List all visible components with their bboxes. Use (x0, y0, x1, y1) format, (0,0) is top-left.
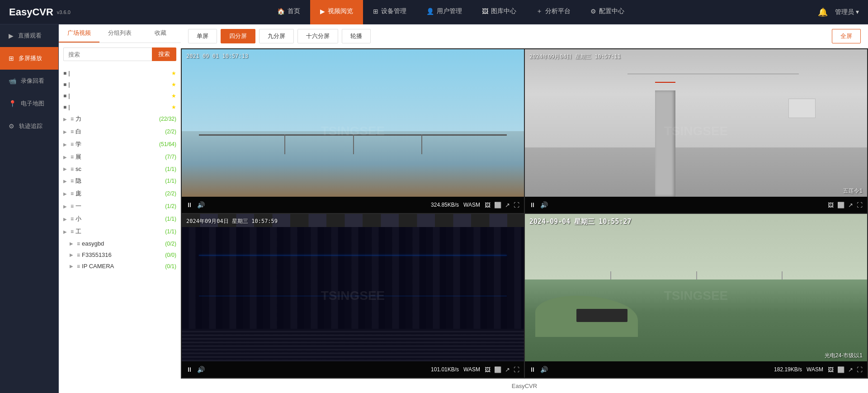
pause-btn-2[interactable]: ⏸ (529, 201, 536, 208)
expand-icon-4[interactable]: ↗ (848, 366, 853, 373)
expand-icon-3[interactable]: ↗ (505, 366, 510, 373)
tree-group-sc[interactable]: ▶ ≡ sc (1/1) (59, 163, 181, 175)
nav-config-label: 配置中心 (599, 7, 624, 15)
tree-f33551316[interactable]: ▶ ≡ F33551316 (0/0) (59, 249, 181, 260)
group-label-10: 工 (75, 227, 161, 236)
screenshot-icon-2[interactable]: 🖼 (828, 202, 834, 208)
tree-group-xue[interactable]: ▶ ≡ 学 (51/64) (59, 138, 181, 151)
middle-panel: 广场视频 分组列表 收藏 搜索 ■ | ★ ■ | ★ ■ | ★ (59, 24, 181, 393)
volume-btn-2[interactable]: 🔊 (540, 201, 548, 208)
nav-home[interactable]: 🏠 首页 (267, 0, 310, 24)
sidebar-item-map[interactable]: 📍 电子地图 (0, 92, 58, 115)
admin-menu[interactable]: 管理员 ▾ (835, 8, 859, 16)
camera-icon-4: ■ (63, 104, 66, 110)
nav-gallery-label: 图库中心 (491, 7, 516, 15)
nav-config[interactable]: ⚙ 配置中心 (580, 0, 634, 24)
tree-group-bai[interactable]: ▶ ≡ 白 (2/2) (59, 125, 181, 138)
arrow-icon-8: ▶ (63, 204, 69, 209)
nav-device-manage[interactable]: ⊞ 设备管理 (363, 0, 416, 24)
carousel-btn[interactable]: 轮播 (342, 29, 371, 43)
tree-group-yi[interactable]: ▶ ≡ 一 (1/2) (59, 200, 181, 213)
tree-group-gong[interactable]: ▶ ≡ 工 (1/1) (59, 225, 181, 238)
tree-label-3: | (68, 92, 170, 99)
tree-easygbd[interactable]: ▶ ≡ easygbd (0/2) (59, 238, 181, 249)
tree-group-li[interactable]: ▶ ≡ 力 (22/32) (59, 113, 181, 125)
video-grid: TSINGSEE 2021 09 01 10:57:13 ⏸ 🔊 324.85K… (181, 48, 868, 379)
play-icon: ▶ (320, 8, 325, 15)
volume-btn-1[interactable]: 🔊 (197, 201, 205, 208)
tree-starred-4[interactable]: ■ | ★ (59, 101, 181, 113)
tree-group-xiao[interactable]: ▶ ≡ 小 (1/1) (59, 213, 181, 225)
search-input[interactable] (63, 47, 152, 61)
group-count-12: (0/0) (165, 252, 176, 258)
video-cell-1[interactable]: TSINGSEE 2021 09 01 10:57:13 ⏸ 🔊 324.85K… (182, 49, 524, 213)
expand-icon-2[interactable]: ↗ (848, 202, 853, 208)
tab-plaza-video[interactable]: 广场视频 (59, 24, 99, 43)
nav-user-label: 用户管理 (437, 7, 462, 15)
tree-starred-2[interactable]: ■ | ★ (59, 79, 181, 90)
nav-video-label: 视频阅览 (328, 7, 353, 15)
codec-3: WASM (463, 366, 480, 373)
video-cell-2[interactable]: TSINGSEE 2024年09月04日 星期三 10:57:11 五莲令1 ⏸… (525, 49, 867, 213)
volume-btn-4[interactable]: 🔊 (540, 366, 548, 373)
group-label-4: 展 (75, 153, 161, 161)
nav-analysis-label: 分析平台 (545, 7, 571, 15)
tree-group-yin[interactable]: ▶ ≡ 隐 (1/1) (59, 175, 181, 187)
folder-icon-11: ≡ (77, 241, 80, 247)
group-count-7: (2/2) (165, 190, 176, 197)
sidebar-item-playback[interactable]: 📹 录像回看 (0, 70, 58, 92)
record-icon-3[interactable]: ⬜ (494, 366, 501, 373)
screenshot-icon-1[interactable]: 🖼 (485, 202, 491, 208)
sidebar-item-live[interactable]: ▶ 直播观看 (0, 24, 58, 47)
tree-starred-1[interactable]: ■ | ★ (59, 67, 181, 79)
pause-btn-3[interactable]: ⏸ (186, 366, 193, 373)
fullscreen-icon-2[interactable]: ⛶ (857, 202, 863, 208)
nav-gallery[interactable]: 🖼 图库中心 (472, 0, 526, 24)
star-icon-3: ★ (171, 93, 176, 99)
tree-starred-3[interactable]: ■ | ★ (59, 90, 181, 101)
four-screen-btn[interactable]: 四分屏 (221, 29, 255, 43)
screenshot-icon-4[interactable]: 🖼 (828, 366, 834, 373)
single-screen-btn[interactable]: 单屏 (188, 29, 217, 43)
record-icon-1[interactable]: ⬜ (494, 202, 501, 208)
nav-analysis[interactable]: ＋ 分析平台 (526, 0, 580, 24)
expand-icon-1[interactable]: ↗ (505, 202, 510, 208)
tree-group-zhan[interactable]: ▶ ≡ 展 (7/7) (59, 151, 181, 163)
search-button[interactable]: 搜索 (152, 47, 176, 61)
nav-user-manage[interactable]: 👤 用户管理 (416, 0, 472, 24)
record-icon-2[interactable]: ⬜ (837, 202, 844, 208)
sidebar-item-multiscreen[interactable]: ⊞ 多屏播放 (0, 47, 58, 70)
fullscreen-button[interactable]: 全屏 (832, 29, 861, 43)
tab-group-list[interactable]: 分组列表 (99, 24, 140, 43)
sixteen-screen-btn[interactable]: 十六分屏 (297, 29, 338, 43)
tree-group-pang[interactable]: ▶ ≡ 庞 (2/2) (59, 187, 181, 200)
nine-screen-btn[interactable]: 九分屏 (259, 29, 294, 43)
ctrl-icons-2: 🖼 ⬜ ↗ ⛶ (828, 202, 863, 208)
group-label-11: easygbd (82, 240, 161, 247)
star-icon-1: ★ (171, 70, 176, 76)
ctrl-icons-3: 🖼 ⬜ ↗ ⛶ (485, 366, 519, 373)
right-content: 单屏 四分屏 九分屏 十六分屏 轮播 全屏 TSINGSEE (181, 24, 868, 393)
record-icon-4[interactable]: ⬜ (837, 366, 844, 373)
bell-icon[interactable]: 🔔 (818, 7, 828, 17)
pause-btn-1[interactable]: ⏸ (186, 201, 193, 208)
fullscreen-icon-3[interactable]: ⛶ (514, 366, 519, 373)
group-label-7: 庞 (75, 189, 161, 198)
home-icon: 🏠 (277, 8, 285, 15)
sidebar-item-track[interactable]: ⚙ 轨迹追踪 (0, 115, 58, 137)
video-cell-3[interactable]: TSINGSEE 2024年09月04日 星期三 10:57:59 ⏸ 🔊 10… (182, 214, 524, 378)
volume-btn-3[interactable]: 🔊 (197, 366, 205, 373)
tab-favorites[interactable]: 收藏 (140, 24, 181, 43)
fullscreen-icon-4[interactable]: ⛶ (857, 366, 863, 373)
tree-ip-camera[interactable]: ▶ ≡ IP CAMERA (0/1) (59, 260, 181, 272)
nav-video-browse[interactable]: ▶ 视频阅览 (310, 0, 363, 24)
screenshot-icon-3[interactable]: 🖼 (485, 366, 491, 373)
group-label-3: 学 (75, 140, 156, 148)
camera-icon-2: ■ (63, 81, 66, 88)
pause-btn-4[interactable]: ⏸ (529, 366, 536, 373)
video-cell-4[interactable]: TSINGSEE 2024-09-04 星期三 10:55:27 光电24-市级… (525, 214, 867, 378)
fullscreen-icon-1[interactable]: ⛶ (514, 202, 519, 208)
folder-icon-8: ≡ (71, 203, 74, 209)
gear-icon: ⚙ (590, 8, 596, 15)
top-nav: EasyCVR v3.6.0 🏠 首页 ▶ 视频阅览 ⊞ 设备管理 👤 用户管理… (0, 0, 868, 24)
